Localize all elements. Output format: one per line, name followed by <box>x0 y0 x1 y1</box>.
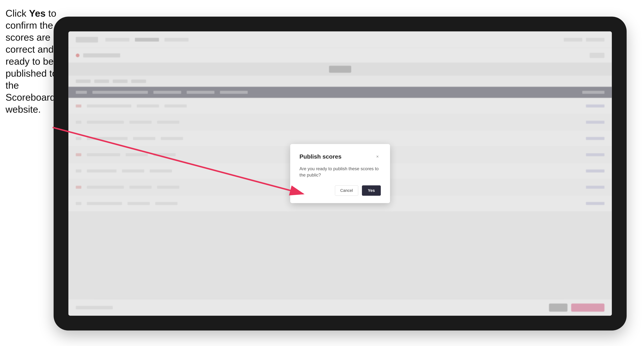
tablet-screen: Publish scores × Are you ready to publis… <box>68 31 612 316</box>
modal-dialog: Publish scores × Are you ready to publis… <box>290 144 390 203</box>
modal-footer: Cancel Yes <box>300 185 381 196</box>
modal-overlay: Publish scores × Are you ready to publis… <box>68 31 612 316</box>
tablet-device: Publish scores × Are you ready to publis… <box>54 17 626 331</box>
cancel-button[interactable]: Cancel <box>335 185 358 196</box>
modal-close-button[interactable]: × <box>374 153 381 160</box>
modal-body-text: Are you ready to publish these scores to… <box>300 166 381 178</box>
modal-header: Publish scores × <box>300 153 381 160</box>
instruction-bold: Yes <box>29 8 46 19</box>
modal-title: Publish scores <box>300 153 342 160</box>
yes-button[interactable]: Yes <box>362 185 381 196</box>
instruction-text: Click Yes to confirm the scores are corr… <box>6 7 59 115</box>
